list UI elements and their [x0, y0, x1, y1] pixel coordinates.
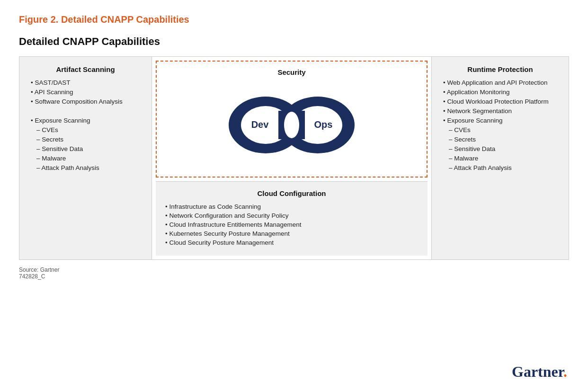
list-item: API Scanning	[29, 89, 142, 96]
security-panel: Security	[156, 61, 428, 178]
infinity-diagram: Dev Ops	[166, 85, 417, 165]
artifact-scanning-header: Artifact Scanning	[29, 65, 142, 73]
source-id: 742828_C	[19, 273, 569, 280]
cloud-configuration-panel: Cloud Configuration Infrastructure as Co…	[156, 181, 428, 256]
list-item: Secrets	[441, 136, 559, 143]
list-item: Secrets	[29, 136, 142, 143]
list-item: Attack Path Analysis	[29, 164, 142, 171]
figure-title: Figure 2. Detailed CNAPP Capabilities	[19, 14, 569, 25]
list-item: Cloud Workload Protection Platform	[441, 98, 559, 105]
svg-point-8	[284, 112, 299, 138]
list-item: Cloud Security Posture Management	[165, 239, 418, 246]
list-item: Network Segmentation	[441, 107, 559, 115]
list-item: Network Configuration and Security Polic…	[165, 212, 418, 219]
list-item: Exposure Scanning	[29, 117, 142, 124]
page-container: Figure 2. Detailed CNAPP Capabilities De…	[0, 0, 588, 289]
list-spacer	[29, 107, 142, 115]
list-item: Sensitive Data	[29, 145, 142, 152]
list-item: CVEs	[29, 126, 142, 133]
list-item: Cloud Infrastructure Entitlements Manage…	[165, 221, 418, 228]
source-label: Source: Gartner	[19, 267, 569, 273]
artifact-scanning-list: SAST/DAST API Scanning Software Composit…	[29, 79, 142, 171]
list-item: SAST/DAST	[29, 79, 142, 86]
list-item: Sensitive Data	[441, 145, 559, 152]
svg-text:Ops: Ops	[314, 119, 333, 130]
list-item: Kubernetes Security Posture Management	[165, 230, 418, 237]
section-title: Detailed CNAPP Capabilities	[19, 36, 569, 48]
diagram-grid: Artifact Scanning SAST/DAST API Scanning…	[19, 56, 569, 260]
list-item: Application Monitoring	[441, 89, 559, 96]
security-header: Security	[277, 68, 305, 76]
list-item: Exposure Scanning	[441, 117, 559, 124]
svg-text:Dev: Dev	[251, 119, 269, 130]
list-item: CVEs	[441, 126, 559, 133]
gartner-dot: .	[563, 363, 567, 380]
list-item: Malware	[441, 155, 559, 162]
cloud-configuration-header: Cloud Configuration	[165, 189, 418, 197]
runtime-protection-list: Web Application and API Protection Appli…	[441, 79, 559, 171]
runtime-protection-panel: Runtime Protection Web Application and A…	[431, 57, 569, 259]
artifact-scanning-panel: Artifact Scanning SAST/DAST API Scanning…	[19, 57, 152, 259]
source-text: Source: Gartner 742828_C	[19, 267, 569, 280]
runtime-protection-header: Runtime Protection	[441, 65, 559, 73]
list-item: Web Application and API Protection	[441, 79, 559, 86]
list-item: Infrastructure as Code Scanning	[165, 203, 418, 210]
list-item: Malware	[29, 155, 142, 162]
devops-infinity-svg: Dev Ops	[216, 85, 367, 165]
gartner-name: Gartner	[512, 363, 563, 380]
cloud-configuration-list: Infrastructure as Code Scanning Network …	[165, 203, 418, 246]
list-item: Attack Path Analysis	[441, 164, 559, 171]
gartner-logo: Gartner.	[512, 363, 567, 381]
list-item: Software Composition Analysis	[29, 98, 142, 105]
